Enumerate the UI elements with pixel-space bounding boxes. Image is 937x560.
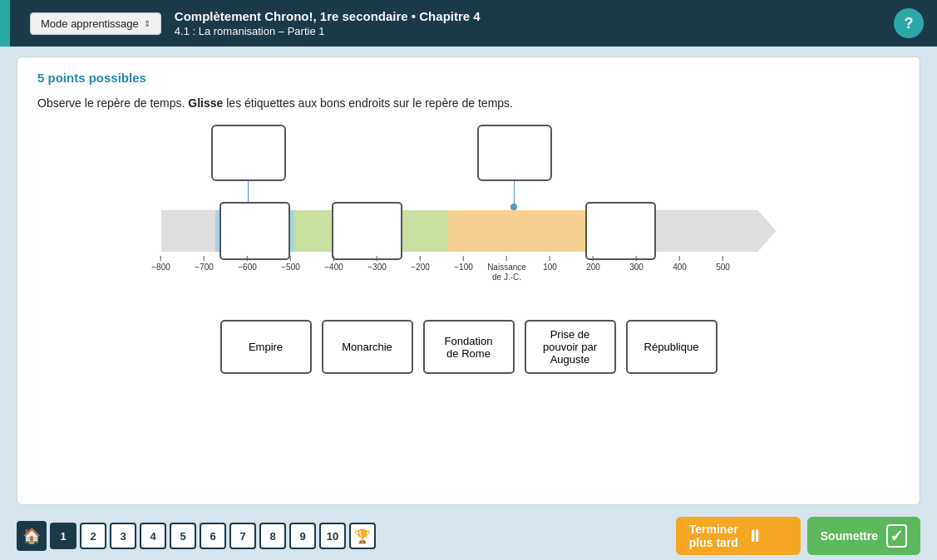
page-button-8[interactable]: 8 (259, 523, 286, 549)
label-prise[interactable]: Prise de pouvoir par Auguste (525, 320, 616, 374)
mode-label: Mode apprentissage (41, 17, 139, 30)
help-button[interactable]: ? (894, 8, 924, 38)
tick-100: −100 (454, 256, 473, 272)
timeline-area: −800 −700 −600 −500 −400 −300 (37, 125, 900, 491)
page-button-10[interactable]: 10 (319, 523, 346, 549)
label-empire[interactable]: Empire (220, 320, 312, 374)
mode-apprentissage-button[interactable]: Mode apprentissage ⇕ (30, 12, 161, 35)
course-title: Complètement Chrono!, 1re secondaire • C… (175, 9, 880, 23)
page-button-7[interactable]: 7 (229, 523, 256, 549)
label-monarchie[interactable]: Monarchie (322, 320, 413, 374)
page-button-2[interactable]: 2 (80, 523, 106, 549)
action-buttons: Terminer plus tard ⏸ Soumettre ✓ (676, 517, 920, 555)
home-icon: 🏠 (22, 527, 41, 545)
home-button[interactable]: 🏠 (17, 521, 47, 551)
page-button-4[interactable]: 4 (140, 523, 166, 549)
header: Mode apprentissage ⇕ Complètement Chrono… (0, 0, 937, 47)
page-button-1[interactable]: 1 (50, 523, 76, 549)
footer: 🏠 1 2 3 4 5 6 7 8 9 10 🏆 Terminer plus t… (0, 512, 937, 560)
page-button-6[interactable]: 6 (200, 523, 226, 549)
label-republique[interactable]: République (626, 320, 718, 374)
timeline-bar (161, 210, 777, 252)
mode-chevron-icon: ⇕ (144, 19, 150, 28)
top-drop-zone-2[interactable] (477, 125, 552, 181)
teal-accent-bar (0, 0, 10, 47)
tl-drop-zone-blue[interactable] (219, 202, 290, 260)
tick-200ad: 200 (586, 256, 600, 272)
tl-gray-left (161, 210, 215, 252)
tick-800: −800 (151, 256, 170, 272)
instruction-bold: Glisse (188, 96, 223, 110)
tick-naissance: Naissancede J.-C. (487, 256, 526, 282)
trophy-icon: 🏆 (354, 528, 371, 544)
tick-100ad: 100 (543, 256, 557, 272)
pause-icon: ⏸ (747, 527, 763, 546)
instruction-text: Observe le repère de temps. Glisse les é… (37, 96, 900, 110)
top-drop-zone-1[interactable] (211, 125, 286, 181)
exercise-card: 5 points possibles Observe le repère de … (17, 56, 920, 505)
header-title-area: Complètement Chrono!, 1re secondaire • C… (175, 9, 880, 37)
chapter-subtitle: 4.1 : La romanisation – Partie 1 (175, 25, 880, 37)
tick-600: −600 (238, 256, 257, 272)
instruction-suffix: les étiquettes aux bons endroits sur le … (223, 96, 513, 110)
tick-300ad: 300 (629, 256, 644, 272)
page-nav: 🏠 1 2 3 4 5 6 7 8 9 10 🏆 (17, 521, 376, 551)
tl-drop-zone-orange[interactable] (585, 202, 656, 260)
help-icon: ? (905, 15, 914, 32)
page-button-3[interactable]: 3 (110, 523, 136, 549)
page-button-5[interactable]: 5 (170, 523, 196, 549)
tick-700: −700 (195, 256, 214, 272)
connector-line-1 (248, 181, 249, 204)
points-header: 5 points possibles (37, 71, 900, 85)
label-fondation[interactable]: Fondation de Rome (423, 320, 515, 374)
tl-drop-zone-green[interactable] (332, 202, 402, 260)
soumettre-label: Soumettre (821, 529, 878, 543)
terminer-label: Terminer plus tard (689, 523, 738, 549)
tl-gray-right (648, 210, 777, 252)
tick-200: −200 (411, 256, 430, 272)
page-button-9[interactable]: 9 (289, 523, 316, 549)
tick-400ad: 400 (673, 256, 687, 272)
tick-500ad: 500 (716, 256, 730, 272)
trophy-button[interactable]: 🏆 (349, 523, 376, 549)
main-content: 5 points possibles Observe le repère de … (0, 47, 937, 512)
terminer-plus-tard-button[interactable]: Terminer plus tard ⏸ (676, 517, 801, 555)
connector-dot-2 (510, 204, 517, 210)
instruction-prefix: Observe le repère de temps. (37, 96, 188, 110)
tick-300: −300 (367, 256, 387, 272)
tick-500: −500 (281, 256, 300, 272)
label-cards-row: Empire Monarchie Fondation de Rome Prise… (220, 320, 718, 374)
connector-line-2 (514, 181, 515, 204)
check-icon: ✓ (886, 524, 907, 548)
tick-400: −400 (324, 256, 343, 272)
soumettre-button[interactable]: Soumettre ✓ (807, 517, 920, 555)
